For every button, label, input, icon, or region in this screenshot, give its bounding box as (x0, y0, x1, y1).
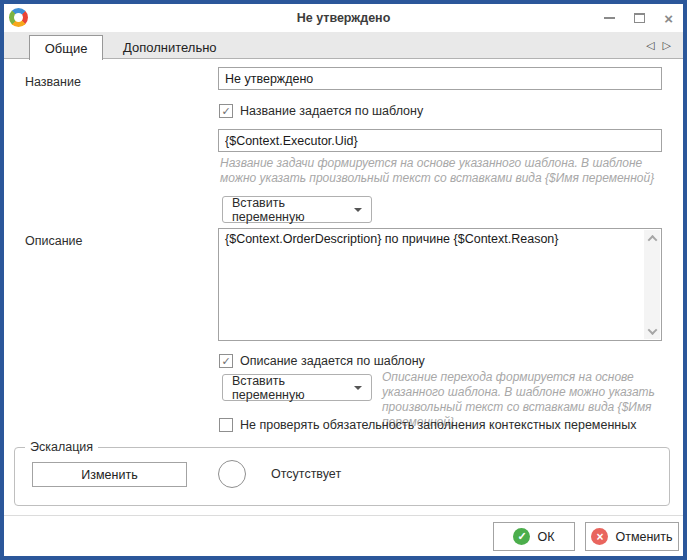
name-template-checkbox-label: Название задается по шаблону (240, 104, 423, 118)
escalation-group: Эскалация Изменить Отсутствует (14, 440, 670, 506)
tab-scroll-right-icon[interactable]: ▷ (663, 39, 671, 52)
scroll-up-icon[interactable] (644, 230, 660, 246)
name-input[interactable] (218, 67, 662, 90)
cancel-button[interactable]: × Отменить (585, 522, 679, 551)
escalation-legend: Эскалация (25, 440, 98, 454)
name-template-input[interactable] (218, 129, 662, 152)
tab-additional[interactable]: Дополнительно (103, 36, 237, 59)
description-label: Описание (25, 234, 83, 248)
scroll-down-icon[interactable] (644, 323, 660, 339)
tab-scroll-left-icon[interactable]: ◁ (646, 39, 654, 52)
cancel-button-label: Отменить (615, 530, 672, 544)
cancel-x-icon: × (591, 528, 608, 545)
ok-check-icon: ✓ (513, 528, 530, 545)
minimize-icon[interactable] (604, 17, 615, 19)
description-textarea[interactable]: {$Context.OrderDescription} по причине {… (219, 229, 644, 340)
escalation-status-text: Отсутствует (271, 467, 341, 481)
window-controls: × (604, 4, 673, 32)
no-context-checkbox[interactable] (219, 418, 233, 432)
description-field: {$Context.OrderDescription} по причине {… (218, 228, 662, 341)
check-icon: ✓ (221, 356, 230, 367)
description-template-checkbox-row[interactable]: ✓ Описание задается по шаблону (219, 354, 425, 368)
insert-variable-button-name[interactable]: Вставить переменную (222, 196, 372, 223)
insert-variable-label: Вставить переменную (232, 196, 354, 224)
dialog-window: Не утверждено × Общие Дополнительно ◁ ▷ … (0, 0, 687, 560)
name-template-hint: Название задачи формируется на основе ук… (220, 156, 666, 186)
tab-general[interactable]: Общие (29, 35, 103, 60)
close-icon[interactable]: × (664, 11, 673, 26)
name-template-checkbox-row[interactable]: ✓ Название задается по шаблону (219, 104, 423, 118)
dropdown-arrow-icon (354, 386, 362, 390)
window-title: Не утверждено (4, 11, 683, 25)
insert-variable-button-description[interactable]: Вставить переменную (222, 374, 372, 401)
description-template-checkbox-label: Описание задается по шаблону (240, 354, 425, 368)
ok-button[interactable]: ✓ ОК (493, 522, 575, 551)
description-scrollbar[interactable] (644, 230, 660, 339)
ok-button-label: ОК (537, 530, 554, 544)
name-template-checkbox[interactable]: ✓ (219, 104, 233, 118)
titlebar: Не утверждено × (4, 4, 683, 32)
escalation-status-icon (218, 460, 246, 488)
no-context-check-row[interactable]: Не проверять обязательность заполнения к… (219, 418, 636, 432)
check-icon: ✓ (221, 106, 230, 117)
no-context-checkbox-label: Не проверять обязательность заполнения к… (240, 418, 636, 432)
escalation-change-button[interactable]: Изменить (32, 462, 187, 487)
description-template-checkbox[interactable]: ✓ (219, 354, 233, 368)
name-label: Название (25, 75, 81, 89)
tab-scroll-arrows: ◁ ▷ (646, 32, 671, 59)
insert-variable-label: Вставить переменную (232, 374, 354, 402)
tab-strip: Общие Дополнительно ◁ ▷ (4, 32, 683, 59)
dropdown-arrow-icon (354, 208, 362, 212)
footer: ✓ ОК × Отменить (4, 515, 683, 556)
maximize-icon[interactable] (634, 13, 645, 23)
